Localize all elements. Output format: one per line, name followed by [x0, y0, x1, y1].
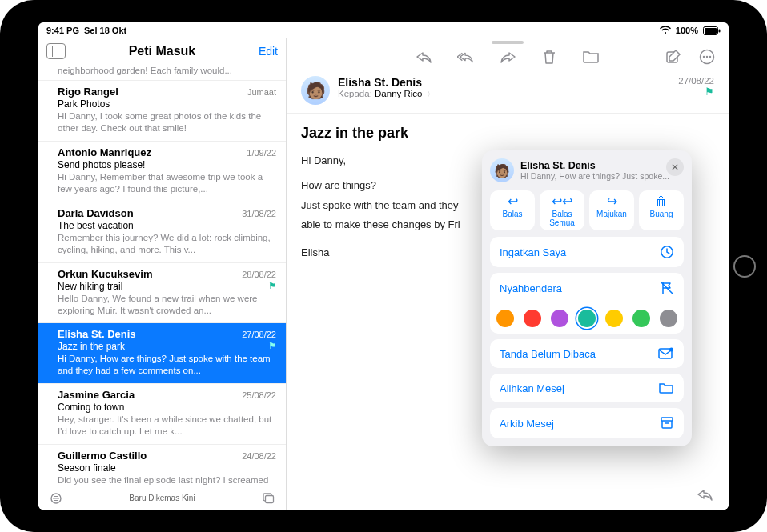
flag-icon: ⚑ [268, 341, 276, 351]
list-subject: New hiking trail ⚑ [58, 281, 276, 292]
status-date: Sel 18 Okt [84, 26, 126, 35]
svg-point-13 [669, 348, 673, 352]
list-preview: Hello Danny, We found a new trail when w… [58, 293, 276, 317]
status-bar: 9:41 PG Sel 18 Okt 100% [38, 22, 729, 38]
clock-icon [660, 245, 674, 259]
list-item[interactable]: Rigo RangelJumaatPark PhotosHi Danny, I … [38, 81, 286, 142]
list-subject: Send photos please! [58, 159, 276, 170]
flag-icon[interactable]: ⚑ [678, 86, 714, 98]
message-from[interactable]: Elisha St. Denis [338, 76, 670, 89]
popover-avatar: 🧑🏽 [490, 158, 514, 182]
svg-rect-1 [705, 28, 717, 34]
chevron-right-icon: 〉 [427, 90, 435, 98]
list-sender: Orkun Kucuksevim [58, 268, 153, 280]
list-date: 31/08/22 [242, 209, 276, 218]
list-item[interactable]: Antonio Manriquez1/09/22Send photos plea… [38, 142, 286, 202]
move-message-button[interactable]: Alihkan Mesej [490, 374, 684, 402]
flag-color-option[interactable] [605, 310, 623, 327]
list-subject: Park Photos [58, 98, 276, 110]
reply-all-icon[interactable] [457, 49, 475, 65]
list-item[interactable]: Elisha St. Denis27/08/22Jazz in the park… [38, 323, 286, 384]
compose-icon[interactable] [665, 49, 682, 65]
list-preview: Hi Danny, How are things? Just spoke wit… [58, 353, 276, 377]
list-sender: Darla Davidson [58, 207, 134, 219]
reply-icon[interactable] [416, 49, 433, 65]
list-item[interactable]: Guillermo Castillo24/08/22Season finaleD… [38, 445, 286, 486]
archive-message-button[interactable]: Arkib Mesej [490, 408, 684, 438]
battery-icon [703, 26, 721, 35]
unflag-button[interactable]: Nyahbendera [490, 273, 684, 303]
message-date: 27/08/22 [678, 76, 714, 86]
list-item-cutoff[interactable]: neighborhood garden! Each family would..… [38, 62, 286, 81]
message-subject: Jazz in the park [287, 114, 729, 150]
svg-rect-5 [265, 495, 273, 502]
list-item[interactable]: Darla Davidson31/08/22The best vacationR… [38, 202, 286, 263]
forward-icon: ↪︎ [591, 195, 632, 208]
flag-color-option[interactable] [551, 310, 568, 327]
flag-slash-icon [660, 281, 674, 295]
sidebar-footer: Baru Dikemas Kini [38, 486, 286, 510]
list-preview: Did you see the final episode last night… [58, 474, 276, 486]
home-button[interactable] [733, 255, 756, 278]
flag-color-option[interactable] [578, 310, 596, 327]
list-sender: Jasmine Garcia [58, 389, 135, 401]
reply-icon: ↩︎ [492, 195, 533, 208]
forward-button[interactable]: ↪︎ Majukan [589, 190, 634, 230]
list-subject: Season finale [58, 462, 276, 474]
list-date: Jumaat [247, 87, 276, 97]
more-icon[interactable] [698, 49, 716, 65]
list-preview: Hi Danny, Remember that awesome trip we … [58, 171, 276, 195]
battery-pct: 100% [676, 26, 698, 35]
flag-color-row [490, 303, 684, 334]
forward-icon[interactable] [499, 49, 516, 65]
list-sender: Guillermo Castillo [58, 450, 147, 462]
list-item[interactable]: Orkun Kucuksevim28/08/22New hiking trail… [38, 263, 286, 324]
envelope-badge-icon [658, 347, 674, 360]
list-date: 28/08/22 [242, 270, 276, 279]
list-sender: Rigo Rangel [58, 86, 118, 98]
list-date: 24/08/22 [242, 451, 276, 461]
flag-icon: ⚑ [268, 281, 276, 291]
close-icon[interactable]: ✕ [666, 158, 684, 176]
svg-point-9 [706, 56, 708, 58]
flag-color-option[interactable] [632, 310, 650, 327]
reply-button[interactable]: ↩︎ Balas [490, 190, 535, 230]
mail-list[interactable]: neighborhood garden! Each family would..… [38, 62, 286, 486]
svg-rect-14 [661, 418, 673, 421]
trash-button[interactable]: 🗑 Buang [639, 190, 684, 230]
message-actions-popover: 🧑🏽 Elisha St. Denis Hi Danny, How are th… [482, 150, 692, 446]
status-time: 9:41 PG [46, 26, 79, 35]
sender-avatar[interactable]: 🧑🏽 [301, 76, 330, 105]
compose-stack-icon[interactable] [262, 493, 275, 504]
mark-unread-button[interactable]: Tanda Belum Dibaca [490, 339, 684, 368]
sync-status: Baru Dikemas Kini [129, 494, 195, 502]
svg-rect-2 [719, 29, 721, 32]
flag-color-option[interactable] [496, 310, 514, 327]
list-item[interactable]: Jasmine Garcia25/08/22Coming to townHey,… [38, 384, 286, 445]
remind-me-button[interactable]: Ingatkan Saya [490, 237, 684, 267]
list-date: 25/08/22 [242, 390, 276, 400]
edit-button[interactable]: Edit [259, 45, 278, 58]
trash-icon[interactable] [540, 49, 558, 65]
svg-point-8 [703, 56, 705, 58]
flag-color-option[interactable] [660, 310, 677, 327]
list-subject: Jazz in the park ⚑ [58, 341, 276, 352]
list-preview: Hey, stranger. It's been a while since w… [58, 414, 276, 438]
filter-icon[interactable] [50, 493, 62, 504]
list-date: 27/08/22 [242, 330, 276, 339]
mail-sidebar: Peti Masuk Edit neighborhood garden! Eac… [38, 38, 287, 510]
quick-reply-icon[interactable] [697, 487, 714, 502]
list-preview: Hi Danny, I took some great photos of th… [58, 110, 276, 134]
list-date: 1/09/22 [247, 148, 276, 158]
list-sender: Antonio Manriquez [58, 146, 151, 158]
list-subject: Coming to town [58, 402, 276, 413]
popover-preview: Hi Danny, How are things? Just spoke... [520, 171, 669, 181]
flag-color-option[interactable] [524, 310, 541, 327]
reply-all-button[interactable]: ↩︎↩︎ Balas Semua [540, 190, 584, 230]
sidebar-toggle-icon[interactable] [46, 43, 66, 59]
trash-icon: 🗑 [641, 195, 682, 208]
message-to[interactable]: Kepada: Danny Rico 〉 [338, 89, 670, 100]
folder-icon[interactable] [582, 49, 600, 65]
wifi-icon [660, 26, 671, 34]
popover-sender: Elisha St. Denis [520, 160, 669, 171]
